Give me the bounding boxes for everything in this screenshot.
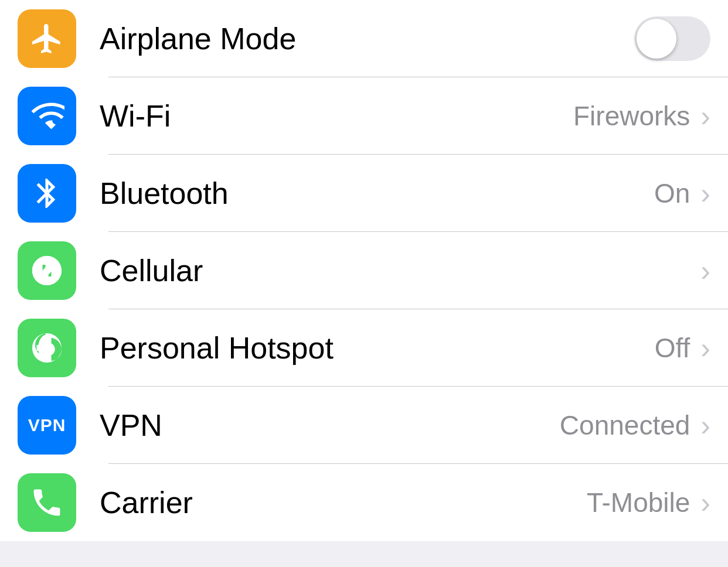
- wifi-row[interactable]: Wi-Fi Fireworks ›: [0, 77, 728, 155]
- airplane-mode-icon: [18, 9, 76, 68]
- personal-hotspot-icon: [18, 319, 76, 377]
- wifi-label: Wi-Fi: [100, 98, 573, 134]
- carrier-row[interactable]: Carrier T-Mobile ›: [0, 464, 728, 541]
- personal-hotspot-chevron: ›: [700, 333, 710, 363]
- vpn-icon-text: VPN: [28, 415, 66, 435]
- wifi-value: Fireworks: [573, 100, 690, 132]
- vpn-chevron: ›: [700, 411, 710, 440]
- vpn-row[interactable]: VPN VPN Connected ›: [0, 387, 728, 464]
- carrier-label: Carrier: [100, 485, 587, 520]
- toggle-knob: [637, 19, 676, 59]
- cellular-icon: [18, 241, 76, 300]
- airplane-mode-toggle[interactable]: [634, 16, 710, 61]
- personal-hotspot-value: Off: [655, 332, 690, 364]
- cellular-label: Cellular: [100, 253, 690, 288]
- wifi-icon: [18, 87, 76, 145]
- cellular-row[interactable]: Cellular ›: [0, 232, 728, 309]
- personal-hotspot-label: Personal Hotspot: [100, 330, 655, 366]
- airplane-mode-label: Airplane Mode: [100, 21, 634, 56]
- bluetooth-label: Bluetooth: [100, 176, 654, 211]
- vpn-value: Connected: [560, 409, 690, 441]
- wifi-chevron: ›: [700, 101, 710, 131]
- vpn-icon: VPN: [18, 396, 76, 455]
- carrier-icon: [18, 473, 76, 532]
- carrier-chevron: ›: [700, 488, 710, 517]
- bluetooth-chevron: ›: [700, 179, 710, 208]
- bluetooth-value: On: [654, 177, 690, 209]
- airplane-mode-row[interactable]: Airplane Mode: [0, 0, 728, 77]
- bluetooth-row[interactable]: Bluetooth On ›: [0, 155, 728, 232]
- settings-list: Airplane Mode Wi-Fi Fireworks › Bluetoot…: [0, 0, 728, 541]
- cellular-chevron: ›: [700, 256, 710, 285]
- personal-hotspot-row[interactable]: Personal Hotspot Off ›: [0, 309, 728, 387]
- bluetooth-icon: [18, 164, 76, 223]
- carrier-value: T-Mobile: [587, 487, 690, 518]
- vpn-label: VPN: [100, 408, 560, 443]
